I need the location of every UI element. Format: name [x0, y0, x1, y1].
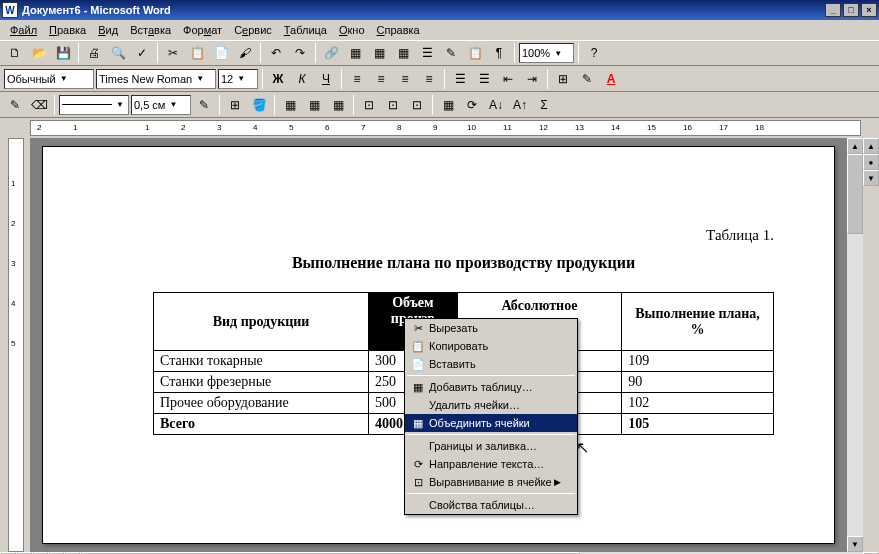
tables-toolbar: ✎ ⌫ ▼ 0,5 см▼ ✎ ⊞ 🪣 ▦ ▦ ▦ ⊡ ⊡ ⊡ ▦ ⟳ A↓ A…	[0, 92, 879, 118]
sort-asc-button[interactable]: A↓	[485, 94, 507, 116]
columns-button[interactable]: ☰	[416, 42, 438, 64]
vertical-ruler[interactable]: 1 2 3 4 5	[8, 138, 24, 552]
tables-borders-button[interactable]: ▦	[344, 42, 366, 64]
split-cells-button[interactable]: ▦	[327, 94, 349, 116]
drawing-button[interactable]: ✎	[440, 42, 462, 64]
zoom-dropdown[interactable]: 100%▼	[519, 43, 574, 63]
sort-desc-button[interactable]: A↑	[509, 94, 531, 116]
dist-rows-button[interactable]: ⊡	[382, 94, 404, 116]
underline-button[interactable]: Ч	[315, 68, 337, 90]
cell[interactable]: 102	[622, 393, 774, 414]
new-button[interactable]: 🗋	[4, 42, 26, 64]
ctx-copy[interactable]: 📋Копировать	[405, 337, 577, 355]
eraser-button[interactable]: ⌫	[28, 94, 50, 116]
menu-insert[interactable]: Вставка	[124, 22, 177, 38]
vertical-scrollbar[interactable]: ▲ ▼	[847, 138, 863, 552]
borders-button[interactable]: ⊞	[552, 68, 574, 90]
menu-table[interactable]: Таблица	[278, 22, 333, 38]
align-top-button[interactable]: ⊡	[358, 94, 380, 116]
preview-button[interactable]: 🔍	[107, 42, 129, 64]
format-painter-button[interactable]: 🖌	[234, 42, 256, 64]
dist-cols-button[interactable]: ⊡	[406, 94, 428, 116]
scroll-thumb[interactable]	[847, 154, 863, 234]
horizontal-ruler[interactable]: 2 1 1 2 3 4 5 6 7 8 9 10 11 12 13 14 15 …	[30, 120, 861, 136]
ctx-align[interactable]: ⊡Выравнивание в ячейке▶	[405, 473, 577, 491]
docmap-button[interactable]: 📋	[464, 42, 486, 64]
save-button[interactable]: 💾	[52, 42, 74, 64]
border-color-button[interactable]: ✎	[193, 94, 215, 116]
show-hide-button[interactable]: ¶	[488, 42, 510, 64]
draw-table-button[interactable]: ✎	[4, 94, 26, 116]
open-button[interactable]: 📂	[28, 42, 50, 64]
autosum-button[interactable]: Σ	[533, 94, 555, 116]
menu-help[interactable]: Справка	[371, 22, 426, 38]
font-color-button[interactable]: A	[600, 68, 622, 90]
table-caption: Таблица 1.	[153, 227, 774, 244]
menu-window[interactable]: Окно	[333, 22, 371, 38]
cell[interactable]: Прочее оборудование	[154, 393, 369, 414]
text-direction-button[interactable]: ⟳	[461, 94, 483, 116]
copy-button[interactable]: 📋	[186, 42, 208, 64]
ctx-delete-cells[interactable]: Удалить ячейки…	[405, 396, 577, 414]
insert-table-button[interactable]: ▦	[368, 42, 390, 64]
hyperlink-button[interactable]: 🔗	[320, 42, 342, 64]
bold-button[interactable]: Ж	[267, 68, 289, 90]
style-dropdown[interactable]: Обычный▼	[4, 69, 94, 89]
close-button[interactable]: ×	[861, 3, 877, 17]
ctx-cut[interactable]: ✂Вырезать	[405, 319, 577, 337]
dec-indent-button[interactable]: ⇤	[497, 68, 519, 90]
formatting-toolbar: Обычный▼ Times New Roman▼ 12▼ Ж К Ч ≡ ≡ …	[0, 66, 879, 92]
ctx-text-direction[interactable]: ⟳Направление текста…	[405, 455, 577, 473]
undo-button[interactable]: ↶	[265, 42, 287, 64]
line-style-dropdown[interactable]: ▼	[59, 95, 129, 115]
inc-indent-button[interactable]: ⇥	[521, 68, 543, 90]
print-button[interactable]: 🖨	[83, 42, 105, 64]
ctx-paste[interactable]: 📄Вставить	[405, 355, 577, 373]
cell[interactable]: 105	[622, 414, 774, 435]
autoformat-button[interactable]: ▦	[437, 94, 459, 116]
menu-tools[interactable]: Сервис	[228, 22, 278, 38]
merge-cells-button[interactable]: ▦	[303, 94, 325, 116]
line-weight-dropdown[interactable]: 0,5 см▼	[131, 95, 191, 115]
next-page-button[interactable]: ▼	[863, 170, 879, 186]
cell[interactable]: Всего	[154, 414, 369, 435]
insert-table-button2[interactable]: ▦	[279, 94, 301, 116]
menu-format[interactable]: Формат	[177, 22, 228, 38]
restore-button[interactable]: □	[843, 3, 859, 17]
align-right-button[interactable]: ≡	[394, 68, 416, 90]
col-header-percent: Выполнение плана, %	[622, 293, 774, 351]
redo-button[interactable]: ↷	[289, 42, 311, 64]
minimize-button[interactable]: _	[825, 3, 841, 17]
ctx-merge-cells[interactable]: ▦Объединить ячейки	[405, 414, 577, 432]
outside-border-button[interactable]: ⊞	[224, 94, 246, 116]
align-left-button[interactable]: ≡	[346, 68, 368, 90]
ctx-borders[interactable]: Границы и заливка…	[405, 437, 577, 455]
excel-button[interactable]: ▦	[392, 42, 414, 64]
prev-page-button[interactable]: ▲	[863, 138, 879, 154]
ctx-add-table[interactable]: ▦Добавить таблицу…	[405, 378, 577, 396]
cell[interactable]: 109	[622, 351, 774, 372]
justify-button[interactable]: ≡	[418, 68, 440, 90]
scroll-up-button[interactable]: ▲	[847, 138, 863, 154]
menu-edit[interactable]: Правка	[43, 22, 92, 38]
cell[interactable]: Станки фрезерные	[154, 372, 369, 393]
font-dropdown[interactable]: Times New Roman▼	[96, 69, 216, 89]
fill-color-button[interactable]: 🪣	[248, 94, 270, 116]
menu-view[interactable]: Вид	[92, 22, 124, 38]
highlight-button[interactable]: ✎	[576, 68, 598, 90]
bullet-list-button[interactable]: ☰	[473, 68, 495, 90]
fontsize-dropdown[interactable]: 12▼	[218, 69, 258, 89]
select-browse-button[interactable]: ●	[863, 154, 879, 170]
align-center-button[interactable]: ≡	[370, 68, 392, 90]
numbered-list-button[interactable]: ☰	[449, 68, 471, 90]
cell[interactable]: Станки токарные	[154, 351, 369, 372]
help-button[interactable]: ?	[583, 42, 605, 64]
cell[interactable]: 90	[622, 372, 774, 393]
ctx-table-props[interactable]: Свойства таблицы…	[405, 496, 577, 514]
scroll-down-button[interactable]: ▼	[847, 536, 863, 552]
cut-button[interactable]: ✂	[162, 42, 184, 64]
menu-file[interactable]: Файл	[4, 22, 43, 38]
italic-button[interactable]: К	[291, 68, 313, 90]
spellcheck-button[interactable]: ✓	[131, 42, 153, 64]
paste-button[interactable]: 📄	[210, 42, 232, 64]
